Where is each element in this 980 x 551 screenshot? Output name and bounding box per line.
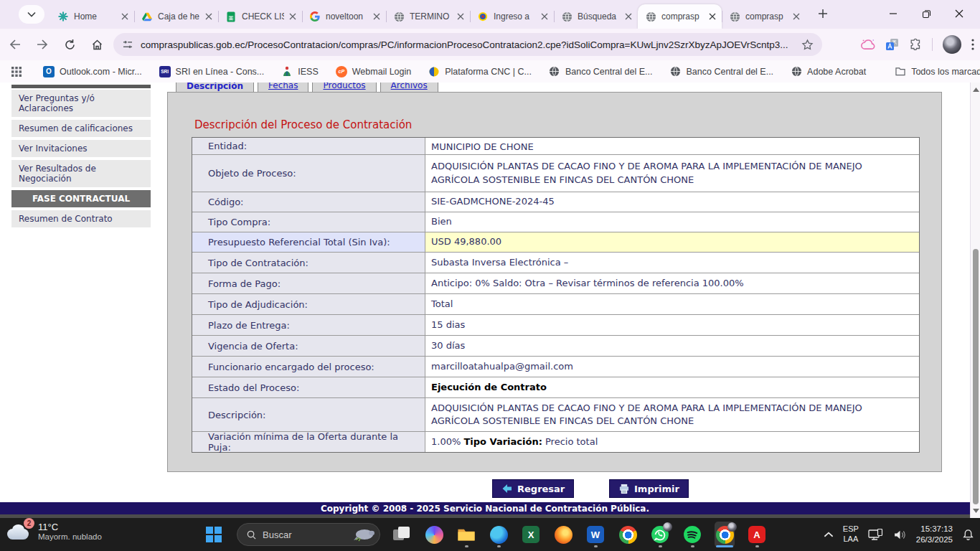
imprimir-button[interactable]: Imprimir — [609, 479, 689, 498]
bookmark-sri[interactable]: SRI SRI en Línea - Cons... — [159, 66, 265, 77]
extensions-puzzle-icon[interactable] — [909, 38, 922, 51]
tab-close-icon[interactable] — [205, 13, 212, 20]
globe-icon — [561, 11, 573, 22]
temperature: 11°C — [38, 522, 102, 532]
table-row: Vigencia de Oferta:30 días — [192, 336, 919, 357]
start-button[interactable] — [206, 527, 222, 542]
tab-title: Ingreso a — [494, 11, 536, 22]
browser-tab-termino[interactable]: TERMINO — [386, 4, 470, 29]
tab-close-icon[interactable] — [457, 13, 464, 20]
acrobat-button[interactable]: A — [747, 522, 767, 547]
back-button[interactable] — [3, 32, 27, 57]
ecuador-emblem-icon — [477, 11, 489, 22]
browser-tab-strip: Home Caja de he CHECK LIS noveltoon TERM… — [0, 0, 980, 29]
all-bookmarks-button[interactable]: Todos los marcadores — [895, 66, 980, 77]
tab-close-icon[interactable] — [793, 13, 800, 20]
browser-tab-ingreso[interactable]: Ingreso a — [470, 4, 554, 29]
language-indicator[interactable]: ESP LAA — [843, 524, 859, 545]
new-tab-button[interactable] — [818, 9, 828, 19]
vertical-scrollbar[interactable] — [970, 83, 980, 518]
tab-productos[interactable]: Productos — [312, 83, 376, 93]
excel-button[interactable]: X — [521, 522, 541, 547]
site-info-icon[interactable] — [122, 39, 133, 50]
notifications-bell-icon[interactable] — [962, 529, 974, 541]
maximize-button[interactable] — [910, 0, 943, 27]
weather-extension-icon[interactable] — [861, 39, 875, 50]
tab-close-icon[interactable] — [373, 13, 380, 20]
chrome-button[interactable] — [618, 522, 638, 547]
firefox-button[interactable] — [553, 522, 573, 547]
browser-tab-noveltoon[interactable]: noveltoon — [302, 4, 386, 29]
apps-grid-icon[interactable] — [11, 67, 22, 77]
notification-badge: 2 — [24, 518, 34, 529]
network-icon[interactable] — [868, 529, 884, 541]
sidebar-item-invitaciones[interactable]: Ver Invitaciones — [11, 140, 151, 157]
tab-descripcion[interactable]: Descripción — [176, 83, 254, 93]
browser-tab-comprasp-active[interactable]: comprasp — [638, 4, 722, 29]
bookmark-star-icon[interactable] — [801, 39, 814, 51]
taskbar-search[interactable]: Buscar — [237, 523, 380, 546]
regresar-button[interactable]: Regresar — [492, 479, 574, 498]
tab-close-icon[interactable] — [121, 13, 128, 20]
volume-icon[interactable] — [893, 529, 907, 540]
browser-tabs: Home Caja de he CHECK LIS noveltoon TERM… — [50, 4, 806, 29]
browser-menu-icon[interactable] — [971, 39, 974, 50]
address-bar[interactable]: compraspublicas.gob.ec/ProcesoContrataci… — [113, 33, 822, 56]
close-button[interactable] — [943, 0, 976, 27]
scroll-up-icon[interactable] — [971, 85, 980, 95]
chrome-active-button[interactable] — [715, 522, 735, 547]
browser-tab-caja[interactable]: Caja de he — [134, 4, 218, 29]
tab-close-icon[interactable] — [625, 13, 632, 20]
copilot-button[interactable] — [424, 522, 444, 547]
bookmark-banco-central-1[interactable]: Banco Central del E... — [549, 66, 653, 77]
browser-tab-busqueda[interactable]: Búsqueda — [554, 4, 638, 29]
scroll-down-icon[interactable] — [971, 506, 980, 516]
browser-tab-comprasp-2[interactable]: comprasp — [722, 4, 806, 29]
sidebar-item-preguntas[interactable]: Ver Preguntas y/ó Aclaraciones — [11, 90, 151, 117]
edge-button[interactable] — [489, 522, 509, 547]
forward-button[interactable] — [30, 32, 55, 57]
bookmark-plataforma-cnc[interactable]: Plataforma CNC | C... — [428, 66, 532, 77]
tab-title: noveltoon — [326, 11, 368, 22]
word-button[interactable]: W — [585, 522, 606, 547]
table-row: Entidad:MUNICIPIO DE CHONE — [192, 138, 919, 155]
folder-icon — [895, 66, 906, 77]
tab-close-icon[interactable] — [541, 13, 548, 20]
browser-tab-home[interactable]: Home — [50, 4, 134, 29]
clock[interactable]: 15:37:13 26/3/2025 — [916, 524, 953, 545]
minimize-button[interactable] — [877, 0, 910, 27]
table-row: Forma de Pago:Anticipo: 0% Saldo: Otra –… — [192, 273, 919, 294]
table-row-estado: Estado del Proceso:Ejecución de Contrato — [192, 377, 919, 398]
globe-icon — [549, 66, 560, 77]
table-row: Plazo de Entrega:15 dias — [192, 315, 919, 336]
whatsapp-button[interactable] — [650, 522, 670, 547]
tab-search-button[interactable] — [19, 5, 44, 24]
bookmark-label: Banco Central del E... — [565, 67, 653, 77]
bookmark-label: SRI en Línea - Cons... — [176, 67, 265, 77]
browser-tab-checklist[interactable]: CHECK LIS — [218, 4, 302, 29]
sidebar-item-negociacion[interactable]: Ver Resultados de Negociación — [11, 160, 151, 187]
tray-chevron-up-icon[interactable] — [824, 532, 834, 538]
task-view-button[interactable] — [392, 522, 412, 547]
scrollbar-thumb[interactable] — [973, 249, 979, 504]
profile-avatar[interactable] — [943, 35, 961, 54]
bookmark-outlook[interactable]: O Outlook.com - Micr... — [43, 66, 142, 77]
tab-fechas[interactable]: Fechas — [258, 83, 308, 93]
reload-button[interactable] — [57, 32, 82, 57]
file-explorer-button[interactable] — [456, 522, 476, 547]
weather-widget[interactable]: 2 11°C Mayorm. nublado — [7, 522, 102, 541]
translate-extension-icon[interactable] — [885, 38, 899, 52]
bookmark-adobe-acrobat[interactable]: Adobe Acrobat — [791, 66, 866, 77]
spotify-button[interactable] — [682, 522, 702, 547]
bookmark-iess[interactable]: IESS — [281, 66, 319, 77]
tab-archivos[interactable]: Archivos — [380, 83, 438, 93]
sidebar-item-resumen-contrato[interactable]: Resumen de Contrato — [11, 210, 151, 227]
tab-close-icon[interactable] — [709, 13, 716, 20]
bookmark-webmail[interactable]: cP Webmail Login — [336, 66, 411, 77]
toolbar-separator — [932, 38, 933, 51]
home-button[interactable] — [85, 32, 109, 57]
sidebar-item-calificaciones[interactable]: Resumen de calificaciones — [11, 120, 151, 137]
bookmark-label: Webmail Login — [352, 67, 411, 77]
tab-close-icon[interactable] — [289, 13, 296, 20]
bookmark-banco-central-2[interactable]: Banco Central del E... — [670, 66, 774, 77]
